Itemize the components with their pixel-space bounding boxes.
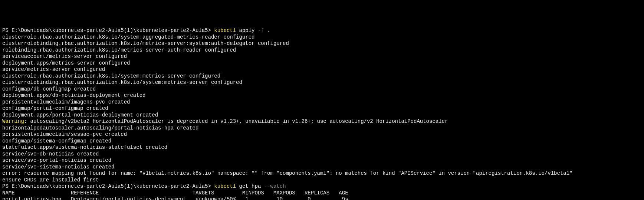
terminal-output[interactable]: PS E:\Downloads\kubernetes-parte2-Aula5(… bbox=[2, 27, 642, 200]
table-row: portal-noticias-hpa Deployment/portal-no… bbox=[2, 196, 642, 200]
output-line: service/metrics-server configured bbox=[2, 66, 642, 73]
output-line: service/svc-sistema-noticias created bbox=[2, 164, 642, 171]
kubectl-command: kubectl bbox=[214, 183, 239, 189]
output-line: service/svc-db-noticias created bbox=[2, 151, 642, 158]
output-line: clusterrole.rbac.authorization.k8s.io/sy… bbox=[2, 73, 642, 80]
output-line: configmap/sistema-configmap created bbox=[2, 138, 642, 145]
output-line: statefulset.apps/sistema-noticias-statef… bbox=[2, 144, 642, 151]
warning-text: : autoscaling/v2beta2 HorizontalPodAutos… bbox=[24, 118, 448, 124]
output-line: error: resource mapping not found for na… bbox=[2, 170, 642, 177]
output-line: rolebinding.rbac.authorization.k8s.io/me… bbox=[2, 47, 642, 54]
prompt-line-1: PS E:\Downloads\kubernetes-parte2-Aula5(… bbox=[2, 27, 642, 34]
output-line: deployment.apps/metrics-server configure… bbox=[2, 60, 642, 67]
output-line: configmap/portal-configmap created bbox=[2, 105, 642, 112]
output-line: clusterrolebinding.rbac.authorization.k8… bbox=[2, 40, 642, 47]
output-line: clusterrole.rbac.authorization.k8s.io/sy… bbox=[2, 34, 642, 41]
output-line: horizontalpodautoscaler.autoscaling/port… bbox=[2, 125, 642, 132]
output-line: serviceaccount/metrics-server configured bbox=[2, 53, 642, 60]
kubectl-flag: -f bbox=[258, 27, 267, 33]
kubectl-flag: --watch bbox=[264, 183, 286, 189]
prompt-line-2: PS E:\Downloads\kubernetes-parte2-Aula5(… bbox=[2, 183, 642, 190]
kubectl-arg: . bbox=[267, 27, 270, 33]
warning-line: Warning: autoscaling/v2beta2 HorizontalP… bbox=[2, 118, 642, 125]
output-line: persistentvolumeclaim/imagens-pvc create… bbox=[2, 99, 642, 106]
output-line: deployment.apps/portal-noticias-deployme… bbox=[2, 112, 642, 119]
prompt-prefix: PS E:\Downloads\kubernetes-parte2-Aula5(… bbox=[2, 27, 214, 33]
table-header: NAME REFERENCE TARGETS MINPODS MAXPODS R… bbox=[2, 190, 642, 197]
kubectl-command: kubectl bbox=[214, 27, 239, 33]
prompt-prefix: PS E:\Downloads\kubernetes-parte2-Aula5(… bbox=[2, 183, 214, 189]
output-line: clusterrolebinding.rbac.authorization.k8… bbox=[2, 79, 642, 86]
kubectl-subcommand: get hpa bbox=[239, 183, 264, 189]
kubectl-subcommand: apply bbox=[239, 27, 258, 33]
warning-label: Warning bbox=[2, 118, 24, 124]
output-line: configmap/db-configmap created bbox=[2, 86, 642, 93]
output-line: persistentvolumeclaim/sessao-pvc created bbox=[2, 131, 642, 138]
output-line: ensure CRDs are installed first bbox=[2, 177, 642, 184]
output-line: deployment.apps/db-noticias-deployment c… bbox=[2, 92, 642, 99]
output-line: service/svc-portal-noticias created bbox=[2, 157, 642, 164]
